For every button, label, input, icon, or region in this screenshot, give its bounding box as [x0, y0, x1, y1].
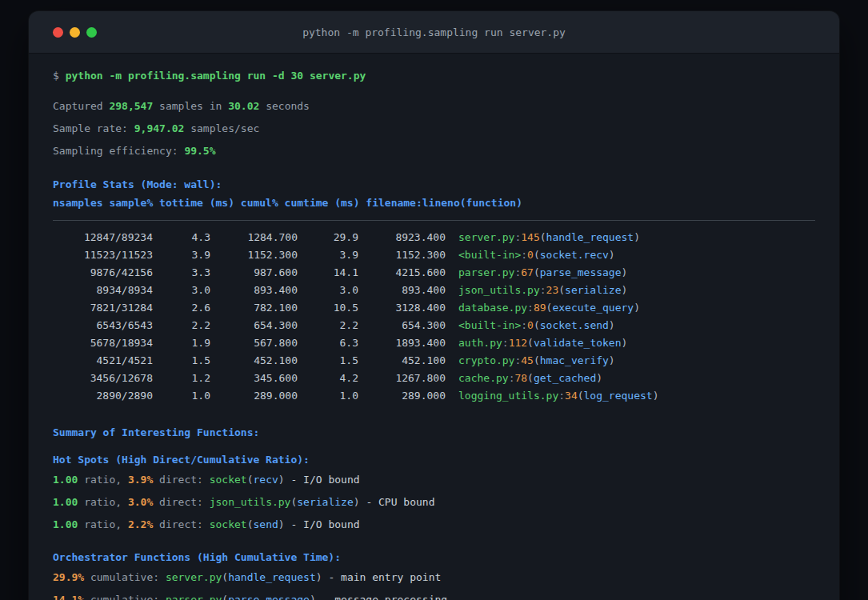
seconds-label: seconds	[266, 100, 310, 112]
efficiency-label: Sampling efficiency:	[53, 145, 178, 157]
lineno: 67	[521, 266, 534, 278]
nsamples-cell: 7821/31284	[53, 299, 153, 317]
lineno: 112	[509, 337, 527, 349]
sample-pct-cell: 4.3	[153, 229, 210, 246]
ratio-value: 1.00	[53, 474, 78, 486]
efficiency-value: 99.5%	[184, 145, 215, 157]
cumul-pct-cell: 1.0	[298, 387, 358, 405]
filename: crypto.py	[458, 354, 514, 366]
lineno: 145	[521, 231, 539, 243]
open-paren: (	[540, 231, 546, 243]
profile-stats-heading: Profile Stats (Mode: wall):	[53, 175, 815, 194]
function-cell: database.py:89(execute_query)	[458, 299, 640, 317]
tottime-cell: 782.100	[210, 299, 298, 317]
tottime-cell: 1284.700	[210, 229, 298, 246]
function-name: send	[254, 518, 278, 530]
cumul-pct-cell: 3.9	[298, 246, 358, 264]
lineno: 23	[546, 284, 559, 296]
open-paren: (	[247, 518, 254, 530]
tottime-cell: 567.800	[210, 334, 298, 352]
cumtime-cell: 4215.600	[358, 264, 446, 282]
close-paren: )	[609, 354, 615, 366]
note-text: - main entry point	[328, 571, 441, 583]
note-text: - I/O bound	[290, 518, 359, 530]
terminal-window: python -m profiling.sampling run server.…	[29, 11, 839, 600]
cumtime-cell: 3128.400	[358, 299, 446, 317]
table-row: 3456/126781.2345.6004.21267.800cache.py:…	[53, 370, 815, 387]
function-cell: json_utils.py:23(serialize)	[458, 282, 627, 299]
orchestrator-line: 14.1% cumulative: parser.py(parse_messag…	[53, 589, 815, 600]
direct-label: direct:	[159, 518, 203, 530]
nsamples-cell: 4521/4521	[53, 352, 153, 370]
module-name: server.py	[166, 571, 222, 583]
ratio-label: ratio,	[84, 496, 122, 508]
close-paren: )	[609, 249, 615, 261]
function-name: parse_message	[540, 266, 622, 278]
open-paren: (	[222, 594, 228, 600]
cumtime-cell: 1152.300	[358, 246, 446, 264]
table-row: 12847/892344.31284.70029.98923.400server…	[53, 229, 815, 246]
duration-value: 30.02	[228, 100, 259, 112]
tottime-cell: 345.600	[210, 370, 298, 387]
sample-pct-cell: 3.9	[153, 246, 210, 264]
nsamples-cell: 2890/2890	[53, 387, 153, 405]
ratio-label: ratio,	[84, 474, 122, 486]
sample-pct-cell: 3.0	[153, 282, 210, 299]
nsamples-cell: 11523/11523	[53, 246, 153, 264]
function-name: serialize	[565, 284, 621, 296]
nsamples-cell: 3456/12678	[53, 370, 153, 387]
sample-pct-cell: 3.3	[153, 264, 210, 282]
open-paren: (	[534, 354, 540, 366]
nsamples-cell: 9876/42156	[53, 264, 153, 282]
close-paren: )	[634, 302, 640, 314]
hot-spot-line: 1.00 ratio, 3.9% direct: socket(recv) - …	[53, 469, 815, 491]
filename: server.py	[458, 231, 514, 243]
cumtime-cell: 654.300	[358, 317, 446, 334]
function-name: log_request	[584, 390, 653, 402]
close-paren: )	[634, 231, 640, 243]
lineno: 0	[527, 249, 534, 261]
cumul-pct-cell: 4.2	[298, 370, 358, 387]
lineno: 89	[534, 302, 546, 314]
close-paren: )	[278, 474, 285, 486]
function-cell: crypto.py:45(hmac_verify)	[458, 352, 615, 370]
sample-rate-line: Sample rate: 9,947.02 samples/sec	[53, 118, 815, 140]
orchestrator-heading: Orchestrator Functions (High Cumulative …	[53, 549, 815, 566]
cumtime-cell: 1267.800	[358, 370, 446, 387]
cumtime-cell: 8923.400	[358, 229, 446, 246]
rate-value: 9,947.02	[134, 122, 185, 134]
minimize-button-icon[interactable]	[70, 27, 80, 38]
close-paren: )	[596, 372, 602, 384]
sample-pct-cell: 2.6	[153, 299, 210, 317]
samples-in-label: samples in	[159, 100, 222, 112]
window-title: python -m profiling.sampling run server.…	[29, 26, 839, 38]
module-name: json_utils.py	[210, 496, 291, 508]
cumulative-pct: 29.9%	[53, 571, 84, 583]
function-name: validate_token	[534, 337, 622, 349]
efficiency-line: Sampling efficiency: 99.5%	[53, 140, 815, 162]
table-row: 4521/45211.5452.1001.5452.100crypto.py:4…	[53, 352, 815, 370]
table-row: 9876/421563.3987.60014.14215.600parser.p…	[53, 264, 815, 282]
cumul-pct-cell: 6.3	[298, 334, 358, 352]
zoom-button-icon[interactable]	[86, 27, 97, 38]
traffic-lights	[53, 27, 97, 38]
function-cell: cache.py:78(get_cached)	[458, 370, 602, 387]
filename: auth.py	[458, 337, 502, 349]
filename: <built-in>	[458, 319, 521, 331]
note-text: - I/O bound	[290, 474, 359, 486]
hot-spot-line: 1.00 ratio, 3.0% direct: json_utils.py(s…	[53, 491, 815, 514]
lineno: 0	[527, 319, 534, 331]
close-button-icon[interactable]	[53, 27, 63, 38]
close-paren: )	[653, 390, 659, 402]
cumulative-label: cumulative:	[90, 571, 159, 583]
orchestrator-line: 29.9% cumulative: server.py(handle_reque…	[53, 566, 815, 589]
filename: <built-in>	[458, 249, 521, 261]
open-paren: (	[578, 390, 584, 402]
open-paren: (	[558, 284, 565, 296]
filename: database.py	[458, 302, 527, 314]
direct-pct: 3.0%	[128, 496, 153, 508]
close-paren: )	[310, 594, 316, 600]
function-cell: server.py:145(handle_request)	[458, 229, 640, 246]
cumulative-label: cumulative:	[90, 594, 159, 600]
colon: :	[540, 284, 546, 296]
